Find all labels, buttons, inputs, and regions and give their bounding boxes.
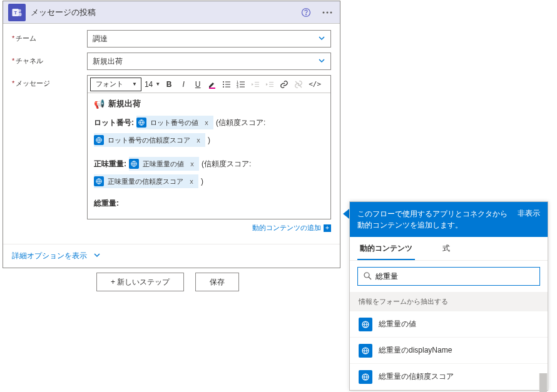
message-row: *メッセージ フォント▼ 14▼ B I U 123 <box>12 75 331 234</box>
italic-button[interactable]: I <box>176 78 190 91</box>
svg-point-6 <box>323 11 325 13</box>
editor-content[interactable]: 📢 新規出荷 ロット番号: ロット番号の値 x (信頼度スコア: <box>88 93 330 219</box>
svg-point-10 <box>223 81 224 83</box>
svg-text:3: 3 <box>237 85 238 89</box>
token-net-confidence[interactable]: 正味重量の信頼度スコア x <box>94 174 198 188</box>
underline-button[interactable]: U <box>191 78 205 91</box>
link-button[interactable] <box>277 78 291 91</box>
new-step-button[interactable]: + 新しいステップ <box>96 273 184 291</box>
token-lot-value[interactable]: ロット番号の値 x <box>136 116 213 129</box>
dynamic-content-flyout: このフローで使用するアプリとコネクタから動的コンテンツを追加します。 非表示 動… <box>349 201 548 391</box>
svg-text:T: T <box>14 10 18 16</box>
aibuilder-icon <box>359 370 372 384</box>
svg-point-5 <box>306 14 307 15</box>
card-header[interactable]: T メッセージの投稿 <box>3 1 340 24</box>
help-icon[interactable] <box>297 4 315 21</box>
aibuilder-icon <box>136 118 146 128</box>
bold-button[interactable]: B <box>162 78 176 91</box>
teams-icon: T <box>8 4 26 21</box>
svg-point-7 <box>327 11 329 13</box>
svg-rect-13 <box>225 84 230 84</box>
unlink-button[interactable] <box>292 78 305 91</box>
rich-text-editor: フォント▼ 14▼ B I U 123 </> <box>87 75 331 219</box>
chevron-down-icon <box>318 34 325 44</box>
flyout-header: このフローで使用するアプリとコネクタから動的コンテンツを追加します。 非表示 <box>350 202 548 237</box>
team-label: チーム <box>16 34 36 42</box>
plus-icon: + <box>324 224 331 232</box>
highlight-button[interactable] <box>205 78 219 91</box>
channel-select[interactable]: 新規出荷 <box>87 53 331 70</box>
aibuilder-icon <box>129 159 139 169</box>
svg-point-32 <box>364 273 369 278</box>
svg-point-14 <box>223 86 224 88</box>
svg-rect-2 <box>18 13 21 16</box>
channel-row: *チャネル 新規出荷 <box>12 53 331 70</box>
announce-heading: 📢 新規出荷 <box>94 98 324 109</box>
editor-toolbar: フォント▼ 14▼ B I U 123 </> <box>88 76 330 93</box>
outdent-button[interactable] <box>248 78 262 91</box>
flyout-search-input[interactable] <box>376 272 534 281</box>
flyout-search[interactable] <box>357 267 540 286</box>
svg-point-8 <box>330 11 332 13</box>
flyout-group-header: 情報をフォームから抽出する <box>350 292 548 311</box>
token-remove-icon[interactable]: x <box>194 136 203 144</box>
svg-point-1 <box>18 9 21 12</box>
svg-rect-9 <box>209 88 215 89</box>
chevron-down-icon <box>93 251 101 261</box>
flyout-item-gross-displayname[interactable]: 総重量のdisplayName <box>350 338 548 364</box>
card-title: メッセージの投稿 <box>31 7 297 18</box>
message-label: メッセージ <box>16 79 50 87</box>
svg-rect-25 <box>269 82 273 83</box>
svg-rect-26 <box>269 84 273 84</box>
more-icon[interactable] <box>319 4 336 21</box>
token-lot-confidence[interactable]: ロット番号の信頼度スコア x <box>94 133 205 147</box>
svg-rect-24 <box>255 86 259 87</box>
flyout-scrollbar[interactable] <box>539 373 548 390</box>
lot-label: ロット番号: <box>94 118 134 128</box>
footer-buttons: + 新しいステップ 保存 <box>96 273 239 291</box>
flyout-tabs: 動的コンテンツ 式 <box>350 237 548 261</box>
search-icon <box>363 271 372 282</box>
svg-rect-27 <box>269 86 273 87</box>
show-advanced-options[interactable]: 詳細オプションを表示 <box>3 244 340 268</box>
channel-label: チャネル <box>16 57 43 64</box>
indent-button[interactable] <box>263 78 277 91</box>
aibuilder-icon <box>94 135 104 145</box>
aibuilder-icon <box>94 176 104 186</box>
flyout-pointer <box>343 209 349 219</box>
svg-rect-21 <box>240 86 245 87</box>
svg-rect-22 <box>255 82 259 83</box>
tab-dynamic-content[interactable]: 動的コンテンツ <box>357 237 415 260</box>
svg-rect-19 <box>240 84 245 84</box>
font-size-select[interactable]: 14▼ <box>142 78 161 91</box>
svg-rect-23 <box>255 84 259 84</box>
aibuilder-icon <box>359 318 372 331</box>
number-list-button[interactable]: 123 <box>234 78 248 91</box>
svg-point-12 <box>223 84 224 85</box>
aibuilder-icon <box>359 344 372 358</box>
token-remove-icon[interactable]: x <box>187 178 196 185</box>
token-remove-icon[interactable]: x <box>202 119 211 126</box>
svg-rect-17 <box>240 81 245 82</box>
team-row: *チーム 調達 <box>12 30 331 48</box>
flyout-item-gross-value[interactable]: 総重量の値 <box>350 311 548 338</box>
gross-label: 総重量: <box>94 198 119 209</box>
svg-rect-11 <box>225 81 230 82</box>
chevron-down-icon <box>318 57 325 66</box>
flyout-hide-link[interactable]: 非表示 <box>518 208 540 219</box>
svg-rect-15 <box>225 86 230 87</box>
teams-post-message-card: T メッセージの投稿 *チーム 調達 *チャネル 新規出荷 <box>3 1 340 268</box>
megaphone-icon: 📢 <box>94 99 105 109</box>
team-select[interactable]: 調達 <box>87 30 331 48</box>
code-view-button[interactable]: </> <box>306 78 324 91</box>
token-net-value[interactable]: 正味重量の値 x <box>129 157 199 171</box>
tab-expression[interactable]: 式 <box>440 237 452 260</box>
add-dynamic-content-link[interactable]: 動的コンテンツの追加+ <box>87 219 331 234</box>
token-remove-icon[interactable]: x <box>188 160 197 168</box>
net-label: 正味重量: <box>94 159 126 169</box>
font-select[interactable]: フォント▼ <box>90 78 141 91</box>
flyout-item-gross-confidence[interactable]: 総重量の信頼度スコア <box>350 364 548 390</box>
save-button[interactable]: 保存 <box>195 273 239 291</box>
bullet-list-button[interactable] <box>220 78 233 91</box>
